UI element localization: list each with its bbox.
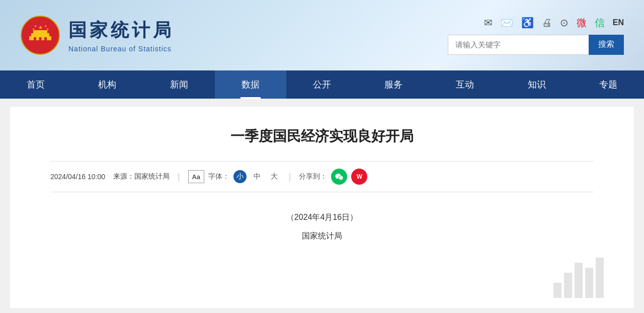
message-icon[interactable]: ✉️ xyxy=(501,17,513,29)
article-content: 一季度国民经济实现良好开局 2024/04/16 10:00 来源：国家统计局 … xyxy=(10,107,634,308)
svg-text:★: ★ xyxy=(38,25,43,30)
share-weibo-button[interactable]: W xyxy=(351,169,367,185)
nav-item-home[interactable]: 首页 xyxy=(0,70,71,99)
main-nav: 首页 机构 新闻 数据 公开 服务 互动 知识 专题 xyxy=(0,70,644,99)
font-controls: Aa 字体： 小 中 大 xyxy=(188,170,281,183)
header-icons: ✉ ✉️ ♿ 🖨 ⊙ 微 信 EN xyxy=(484,16,624,30)
svg-rect-4 xyxy=(33,30,47,34)
page-header: ★ ★ ★ ★ ★ 国家统计局 National Bureau of Stati… xyxy=(0,0,644,70)
accessibility-icon[interactable]: ♿ xyxy=(521,17,534,29)
logo-area: ★ ★ ★ ★ ★ 国家统计局 National Bureau of Stati… xyxy=(20,15,174,55)
nav-item-org[interactable]: 机构 xyxy=(71,70,143,99)
nav-item-interact[interactable]: 互动 xyxy=(429,70,501,99)
header-right: ✉ ✉️ ♿ 🖨 ⊙ 微 信 EN 搜索 xyxy=(448,16,624,55)
bar-1 xyxy=(553,283,561,298)
svg-rect-6 xyxy=(39,37,42,40)
article-org: 国家统计局 xyxy=(50,231,594,242)
svg-rect-7 xyxy=(44,37,47,40)
bar-4 xyxy=(585,268,593,298)
search-area: 搜索 xyxy=(448,35,624,55)
rss-icon[interactable]: ⊙ xyxy=(560,17,569,29)
article-title: 一季度国民经济实现良好开局 xyxy=(50,127,594,146)
nav-item-data[interactable]: 数据 xyxy=(215,70,286,99)
bar-3 xyxy=(575,263,583,298)
nav-item-open[interactable]: 公开 xyxy=(286,70,358,99)
print-icon[interactable]: 🖨 xyxy=(542,17,552,29)
email-icon[interactable]: ✉ xyxy=(484,17,493,29)
logo-en-text: National Bureau of Statistics xyxy=(68,45,174,53)
nav-item-news[interactable]: 新闻 xyxy=(143,70,214,99)
font-size-large[interactable]: 大 xyxy=(268,171,281,182)
nav-item-special[interactable]: 专题 xyxy=(573,70,644,99)
wechat-icon[interactable]: 信 xyxy=(595,16,605,30)
font-label: 字体： xyxy=(208,172,229,181)
nav-item-service[interactable]: 服务 xyxy=(358,70,429,99)
svg-rect-5 xyxy=(34,37,36,40)
weibo-icon[interactable]: 微 xyxy=(577,16,587,30)
divider-2: | xyxy=(289,172,291,182)
search-input[interactable] xyxy=(448,35,589,55)
bar-5 xyxy=(596,258,604,298)
share-wechat-button[interactable] xyxy=(331,169,347,185)
font-icon-aa[interactable]: Aa xyxy=(188,170,204,183)
divider-1: | xyxy=(178,172,180,182)
logo-emblem: ★ ★ ★ ★ ★ xyxy=(20,15,60,55)
bar-2 xyxy=(564,273,572,298)
en-switch[interactable]: EN xyxy=(613,18,624,27)
watermark-bars xyxy=(553,258,604,298)
logo-text: 国家统计局 National Bureau of Statistics xyxy=(68,18,174,53)
share-area: 分享到： W xyxy=(299,169,367,185)
article-meta: 2024/04/16 10:00 来源：国家统计局 | Aa 字体： 小 中 大… xyxy=(50,161,594,192)
font-size-medium[interactable]: 中 xyxy=(251,171,264,182)
svg-text:★: ★ xyxy=(32,28,35,31)
article-date-note: （2024年4月16日） xyxy=(50,212,594,223)
logo-cn-text: 国家统计局 xyxy=(68,18,174,43)
font-size-small[interactable]: 小 xyxy=(233,170,247,183)
article-date: 2024/04/16 10:00 xyxy=(50,173,105,181)
search-button[interactable]: 搜索 xyxy=(589,35,624,55)
nav-item-knowledge[interactable]: 知识 xyxy=(501,70,573,99)
share-label: 分享到： xyxy=(299,172,327,181)
svg-text:★: ★ xyxy=(46,28,49,31)
article-source: 来源：国家统计局 xyxy=(113,172,170,181)
